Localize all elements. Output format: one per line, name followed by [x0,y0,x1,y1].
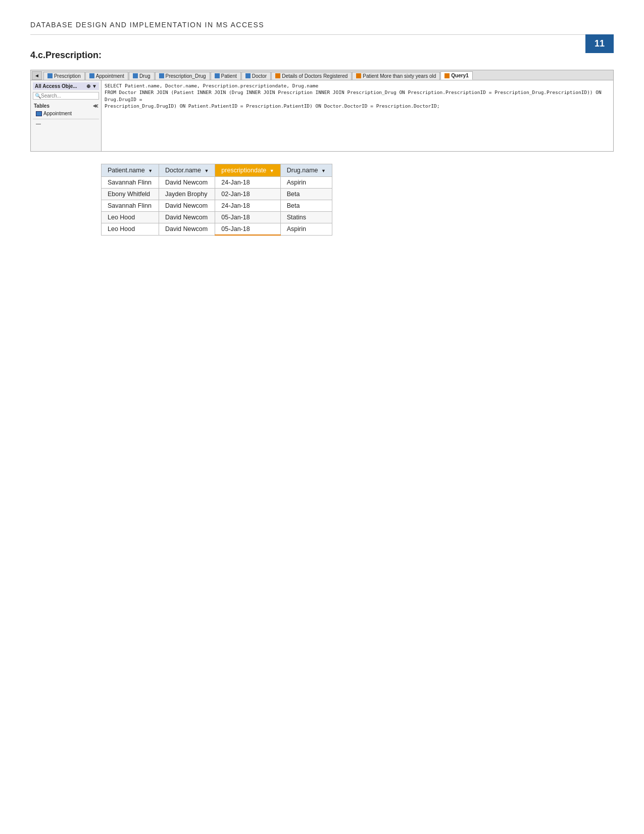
tab-details-doctors[interactable]: Details of Doctors Registered [271,72,352,80]
table-row: Leo HoodDavid Newcom05-Jan-18Aspirin [102,223,332,236]
search-icon: 🔍 [35,93,41,99]
table-icon [245,73,251,78]
sort-arrow-doctor[interactable]: ▼ [204,168,209,173]
tab-prescription[interactable]: Prescription [43,72,85,80]
table-header-row: Patient.name ▼ Doctor.name ▼ prescriptio… [102,164,332,177]
tab-appointment[interactable]: Appointment [85,72,128,80]
col-header-doctor[interactable]: Doctor.name ▼ [159,164,215,177]
tab-prescription-drug[interactable]: Prescription_Drug [155,72,210,80]
col-header-prescriptiondate[interactable]: prescriptiondate ▼ [215,164,280,177]
table-row: Leo HoodDavid Newcom05-Jan-18Statins [102,212,332,223]
col-header-drug[interactable]: Drug.name ▼ [280,164,332,177]
search-input[interactable] [41,93,86,99]
sort-arrow-patient[interactable]: ▼ [148,168,153,173]
query-icon [356,73,361,78]
sql-panel: SELECT Patient.name, Doctor.name, Prescr… [102,80,613,151]
sort-arrow-date[interactable]: ▼ [270,168,274,173]
sidebar-search[interactable]: 🔍 [33,92,99,100]
access-body: All Access Obje... ⊕ ▼ 🔍 Tables ≪ Appoin… [31,80,613,151]
query-icon [275,73,280,78]
sidebar-item-extra: — [33,120,99,127]
tab-patient[interactable]: Patient [211,72,241,80]
sql-text: SELECT Patient.name, Doctor.name, Prescr… [105,82,610,109]
table-icon [133,73,138,78]
table-icon [159,73,164,78]
tab-bar: ◄ Prescription Appointment Drug Prescrip… [31,70,613,80]
section-title: 4.c.Prescription: [30,50,614,61]
table-row: Savannah FlinnDavid Newcom24-Jan-18Aspir… [102,177,332,189]
page-number-badge: 11 [585,34,614,53]
sidebar-divider: — [33,119,99,127]
access-window: ◄ Prescription Appointment Drug Prescrip… [30,70,614,152]
results-table: Patient.name ▼ Doctor.name ▼ prescriptio… [101,164,332,236]
table-icon [36,111,42,116]
table-icon [47,73,53,78]
sidebar-section-tables[interactable]: Tables ≪ [33,103,99,109]
sidebar-item-appointment[interactable]: Appointment [33,110,99,117]
tab-patient-sixty[interactable]: Patient More than sixty years old [352,72,440,80]
sidebar-header: All Access Obje... ⊕ ▼ [33,82,99,90]
table-row: Savannah FlinnDavid Newcom24-Jan-18Beta [102,200,332,212]
table-row: Ebony WhitfeldJayden Brophy02-Jan-18Beta [102,189,332,200]
tab-scroll-left[interactable]: ◄ [32,71,42,80]
table-icon [89,73,94,78]
col-header-patient[interactable]: Patient.name ▼ [102,164,159,177]
tab-doctor[interactable]: Doctor [241,72,271,80]
query-icon [444,73,450,78]
results-table-container: Patient.name ▼ Doctor.name ▼ prescriptio… [101,164,614,236]
table-icon [215,73,220,78]
tab-drug[interactable]: Drug [129,72,155,80]
tab-query1[interactable]: Query1 [440,71,472,80]
page-header: DATABASE DESIGN AND IMPLEMENTATION IN MS… [30,20,614,35]
page-header-title: DATABASE DESIGN AND IMPLEMENTATION IN MS… [30,21,264,29]
sidebar: All Access Obje... ⊕ ▼ 🔍 Tables ≪ Appoin… [31,80,102,151]
sort-arrow-drug[interactable]: ▼ [321,168,326,173]
